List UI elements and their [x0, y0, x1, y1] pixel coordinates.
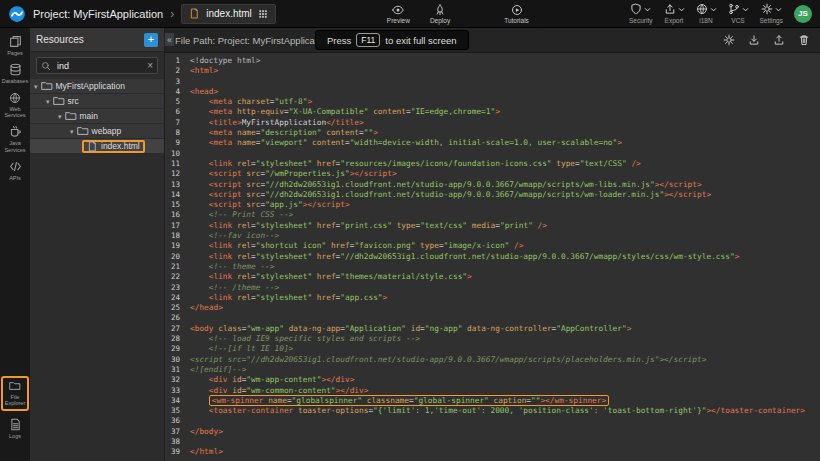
code-line[interactable]: <div id="wm-app-content"></div>	[190, 375, 820, 385]
user-avatar[interactable]: JS	[794, 5, 812, 23]
app-root: Project: MyFirstApplication › index.html…	[0, 0, 820, 461]
sidebar-item-label: Java Services	[1, 140, 29, 153]
preview-button[interactable]: Preview	[387, 4, 410, 24]
code-line[interactable]: <title>MyFirstApplication</title>	[190, 118, 820, 128]
project-name[interactable]: Project: MyFirstApplication	[33, 8, 163, 20]
code-line[interactable]: <meta http-equiv="X-UA-Compatible" conte…	[190, 107, 820, 117]
code-line[interactable]	[190, 416, 820, 426]
sidebar-item-web-services[interactable]: Web Services	[1, 92, 29, 119]
tree-item-MyFirstApplication[interactable]: ▾MyFirstApplication	[30, 79, 164, 94]
sidebar-item-file-explorer[interactable]: File Explorer	[1, 376, 29, 411]
tree-item-index.html[interactable]: index.html	[30, 139, 164, 154]
code-line[interactable]: <link rel="stylesheet" href="app.css">	[190, 293, 820, 303]
code-line[interactable]: <!-- /theme -->	[190, 283, 820, 293]
code-line[interactable]	[190, 149, 820, 159]
vcs-menu-label: VCS	[731, 17, 744, 24]
search-icon	[41, 57, 51, 75]
code-line[interactable]: <script src="//dh2dw20653ig1.cloudfront.…	[190, 190, 820, 200]
caret-down-icon	[742, 6, 749, 14]
left-iconbar: PagesDatabasesWeb ServicesJava ServicesA…	[0, 28, 30, 461]
f11-key: F11	[356, 33, 380, 47]
fullscreen-tooltip: Press F11 to exit full screen	[315, 30, 469, 50]
code-line[interactable]: <![endif]-->	[190, 365, 820, 375]
eye-icon	[392, 4, 404, 16]
sidebar-item-apis[interactable]: APIs	[1, 160, 29, 181]
collapse-panel-icon[interactable]: «	[164, 32, 175, 47]
code-line[interactable]: <link rel="stylesheet" href="resources/i…	[190, 159, 820, 169]
i18n-menu[interactable]: i18N	[696, 3, 717, 24]
line-number: 23	[165, 283, 180, 293]
code-line[interactable]: <toaster-container toaster-options="{'li…	[190, 406, 820, 416]
deploy-button[interactable]: Deploy	[430, 4, 450, 24]
code-line[interactable]: <!-- theme -->	[190, 262, 820, 272]
export-menu[interactable]: Export	[664, 3, 685, 24]
clear-search-icon[interactable]: ×	[147, 61, 153, 71]
code-line[interactable]: <script src="app.js"></script>	[190, 200, 820, 210]
sidebar-item-logs[interactable]: Logs	[1, 418, 29, 439]
settings-action[interactable]	[723, 34, 735, 46]
code-line[interactable]: <link rel="stylesheet" href="//dh2dw2065…	[190, 252, 820, 262]
code-line[interactable]: </head>	[190, 303, 820, 313]
code-line[interactable]: <body class="wm-app" data-ng-app="Applic…	[190, 324, 820, 334]
code-line[interactable]: </body>	[190, 427, 820, 437]
code-line[interactable]: <head>	[190, 87, 820, 97]
code-line[interactable]: <script src="/wmProperties.js"></script>	[190, 169, 820, 179]
code-line[interactable]: <!-- Print CSS -->	[190, 210, 820, 220]
tooltip-suffix: to exit full screen	[385, 35, 456, 46]
code-line[interactable]: <meta name="description" content="">	[190, 128, 820, 138]
code-line[interactable]: <script src="//dh2dw20653ig1.cloudfront.…	[190, 180, 820, 190]
line-number: 31	[165, 365, 180, 375]
top-bar: Project: MyFirstApplication › index.html…	[0, 0, 820, 28]
sidebar-item-java-services[interactable]: Java Services	[1, 125, 29, 153]
code-content[interactable]: <!doctype html><html><head> <meta charse…	[184, 53, 820, 461]
sidebar-item-pages[interactable]: Pages	[1, 35, 29, 56]
code-editor[interactable]: 1234567891011121314151617181920212223242…	[165, 53, 820, 461]
sidebar-item-label: Logs	[9, 433, 21, 439]
grid-icon[interactable]	[258, 9, 268, 19]
expander-icon: ▾	[58, 113, 62, 120]
line-number: 24	[165, 293, 180, 303]
code-line[interactable]: </html>	[190, 447, 820, 457]
export-icon	[664, 3, 676, 16]
settings-menu-label: Settings	[760, 17, 784, 24]
delete-action[interactable]	[798, 34, 810, 46]
export-menu-icons	[664, 3, 685, 16]
settings-menu[interactable]: Settings	[760, 3, 784, 24]
code-line[interactable]: <script src="//dh2dw20653ig1.cloudfront.…	[190, 355, 820, 365]
line-number: 7	[165, 118, 180, 128]
code-line[interactable]: <!--fav icon-->	[190, 231, 820, 241]
security-menu[interactable]: Security	[629, 3, 652, 24]
code-line[interactable]: <link rel="shortcut icon" href="favicon.…	[190, 241, 820, 251]
code-line[interactable]: <link rel="stylesheet" href="themes/mate…	[190, 272, 820, 282]
tutorials-button[interactable]: Tutorials	[504, 4, 529, 24]
vcs-menu[interactable]: VCS	[728, 3, 749, 24]
sidebar-item-databases[interactable]: Databases	[1, 63, 29, 84]
code-line[interactable]: <!--[if lt IE 10]>	[190, 344, 820, 354]
caret-down-icon	[775, 6, 782, 14]
sidebar-item-label: Pages	[7, 50, 23, 56]
file-path-bar: File Path: Project: MyFirstApplication >…	[165, 28, 820, 53]
code-line[interactable]: <!-- load IE9 specific styles and script…	[190, 334, 820, 344]
code-line[interactable]: <wm-spinner name="globalspinner" classna…	[190, 396, 820, 406]
code-line[interactable]	[190, 437, 820, 447]
download-action[interactable]	[748, 34, 760, 46]
add-resource-button[interactable]: +	[144, 33, 158, 47]
code-line[interactable]: <link rel="stylesheet" href="print.css" …	[190, 221, 820, 231]
caret-down-icon	[678, 6, 685, 14]
tree-item-main[interactable]: ▾main	[30, 109, 164, 124]
code-line[interactable]: <html>	[190, 66, 820, 76]
sidebar-item-label: Web Services	[1, 106, 29, 119]
code-line[interactable]	[190, 313, 820, 323]
tree-item-src[interactable]: ▾src	[30, 94, 164, 109]
search-input[interactable]	[55, 60, 143, 72]
caret-down-icon	[644, 6, 651, 14]
open-file-tab[interactable]: index.html	[181, 4, 276, 24]
code-line[interactable]: <!doctype html>	[190, 56, 820, 66]
tree-item-label: index.html	[101, 141, 140, 151]
preview-label: Preview	[387, 17, 410, 24]
code-line[interactable]: <meta charset="utf-8">	[190, 97, 820, 107]
code-line[interactable]	[190, 77, 820, 87]
tree-item-webapp[interactable]: ▾webapp	[30, 124, 164, 139]
upload-action[interactable]	[773, 34, 785, 46]
code-line[interactable]: <meta name="viewport" content="width=dev…	[190, 138, 820, 148]
